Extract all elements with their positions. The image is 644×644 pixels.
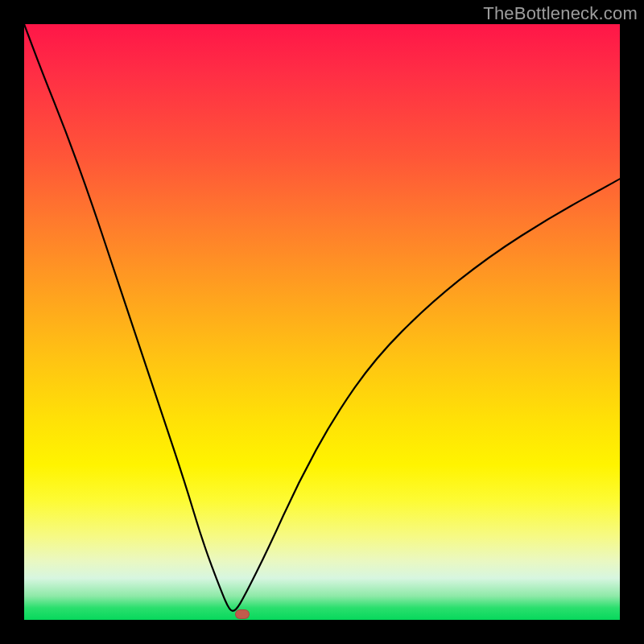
plot-area <box>24 24 620 620</box>
watermark-text: TheBottleneck.com <box>483 3 638 24</box>
bottleneck-curve <box>24 24 620 620</box>
chart-frame: TheBottleneck.com <box>0 0 644 644</box>
minimum-marker <box>235 609 250 619</box>
